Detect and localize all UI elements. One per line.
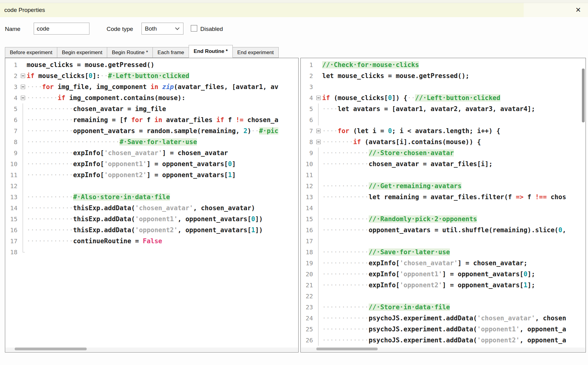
code-line-text[interactable]: ············expInfo['opponent1'] = oppon…: [27, 158, 298, 169]
fold-collapse-icon[interactable]: [21, 96, 25, 100]
code-line-text[interactable]: ····let avatars = [avatar1, avatar2, ava…: [322, 103, 586, 114]
tab-begin-routine[interactable]: Begin Routine *: [107, 47, 153, 58]
fold-collapse-icon[interactable]: [316, 129, 321, 133]
js-code-editor[interactable]: 1//·Check·for·mouse·clicks2let mouse_cli…: [300, 58, 586, 352]
code-text: [158, 83, 162, 91]
code-line-text[interactable]: [322, 114, 586, 125]
code-line: 26············psychoJS.experiment.addDat…: [301, 335, 586, 346]
whitespace-dots: ··: [100, 72, 108, 80]
line-number: 6: [5, 114, 19, 125]
code-text: opponent_avatars = util.shuffle(remainin…: [369, 226, 559, 234]
horizontal-scrollbar-left[interactable]: [6, 348, 298, 352]
fold-guide: [315, 324, 322, 335]
code-line-text[interactable]: [27, 181, 298, 192]
code-line-text[interactable]: ············expInfo['chosen_avatar'] = c…: [27, 147, 298, 158]
code-line-text[interactable]: ············opponent_avatars = random.sa…: [27, 125, 298, 136]
code-line-text[interactable]: [322, 203, 586, 214]
code-line-text[interactable]: ············#·Also·store·in·data·file: [27, 192, 298, 203]
code-line-text[interactable]: [322, 169, 586, 181]
tab-end-experiment[interactable]: End experiment: [232, 47, 279, 58]
code-line-text[interactable]: ············expInfo['opponent2'] = oppon…: [322, 280, 586, 291]
vertical-scrollbar-thumb[interactable]: [582, 69, 585, 122]
code-line-text[interactable]: ········if (avatars[i].contains(mouse)) …: [322, 136, 586, 147]
code-text: chosen_avatar = img_file: [73, 105, 166, 113]
fold-marker[interactable]: [315, 92, 322, 103]
code-line-text[interactable]: ············//·Store·in·data·file: [322, 302, 586, 313]
code-line-text[interactable]: [322, 236, 586, 247]
code-line-text[interactable]: ············//·Save·for·later·use: [322, 247, 586, 258]
code-line-text[interactable]: //·Check·for·mouse·clicks: [322, 59, 586, 70]
code-line-text[interactable]: [322, 81, 586, 92]
code-line-text[interactable]: ············psychoJS.experiment.addData(…: [322, 335, 586, 346]
line-number: 24: [301, 313, 315, 324]
code-line-text[interactable]: ············thisExp.addData('opponent2',…: [27, 225, 298, 236]
fold-guide-line: [23, 236, 23, 247]
code-line-text[interactable]: let mouse_clicks = mouse.getPressed();: [322, 70, 586, 81]
fold-marker[interactable]: [315, 136, 322, 147]
code-line-text[interactable]: ············expInfo['opponent1'] = oppon…: [322, 269, 586, 280]
code-keyword: =>: [516, 193, 523, 201]
code-text: let avatars = [avatar1, avatar2, avatar3…: [338, 105, 535, 113]
fold-marker[interactable]: [315, 125, 322, 136]
window-title: code Properties: [4, 3, 45, 17]
code-line-text[interactable]: ············remaining = [f for f in avat…: [27, 114, 298, 125]
line-number: 17: [5, 236, 19, 247]
code-line-text[interactable]: ············let remaining = avatar_files…: [322, 192, 586, 203]
fold-collapse-icon[interactable]: [316, 96, 321, 100]
code-line-text[interactable]: ····for img_file, img_component in zip(a…: [27, 81, 298, 92]
code-line-text[interactable]: ············chosen_avatar = avatar_files…: [322, 158, 586, 169]
code-text: expInfo[: [73, 160, 104, 168]
code-line-text[interactable]: ············chosen_avatar = img_file: [27, 103, 298, 114]
code-line-text[interactable]: ············expInfo['chosen_avatar'] = c…: [322, 258, 586, 269]
code-type-select[interactable]: Both: [141, 23, 183, 35]
code-line-text[interactable]: ············psychoJS.experiment.addData(…: [322, 324, 586, 335]
fold-marker[interactable]: [19, 81, 27, 92]
code-line-text[interactable]: ············thisExp.addData('chosen_avat…: [27, 203, 298, 214]
fold-marker[interactable]: [19, 70, 27, 81]
code-type-label: Code type: [107, 26, 133, 32]
horizontal-scrollbar-thumb[interactable]: [15, 348, 87, 350]
close-button[interactable]: ✕: [570, 3, 586, 17]
code-text: ] = opponent_avatars[: [442, 281, 524, 289]
code-text: thisExp.addData(: [73, 226, 135, 234]
tab-end-routine[interactable]: End Routine *: [189, 45, 232, 58]
code-line-text[interactable]: ············psychoJS.experiment.addData(…: [322, 313, 586, 324]
code-line-text[interactable]: ············//·Randomly·pick·2·opponents: [322, 214, 586, 225]
fold-marker[interactable]: [19, 92, 27, 103]
horizontal-scrollbar-thumb[interactable]: [316, 348, 378, 350]
code-line: 11············expInfo['opponent2'] = opp…: [5, 169, 298, 181]
fold-collapse-icon[interactable]: [21, 85, 25, 89]
python-code-editor[interactable]: 1mouse_clicks = mouse.getPressed()2if mo…: [5, 58, 299, 352]
code-line-text[interactable]: ········if img_component.contains(mouse)…: [27, 92, 298, 103]
fold-collapse-icon[interactable]: [21, 74, 25, 78]
fold-guide: [315, 236, 322, 247]
code-line-text[interactable]: if mouse_clicks[0]:··#·Left·button·click…: [27, 70, 298, 81]
code-line: 3····for img_file, img_component in zip(…: [5, 81, 298, 92]
horizontal-scrollbar-right[interactable]: [301, 348, 585, 352]
disabled-checkbox[interactable]: [191, 25, 197, 32]
close-icon: ✕: [575, 6, 581, 14]
code-line-text[interactable]: ····for (let i = 0; i < avatars.length; …: [322, 125, 586, 136]
code-line-text[interactable]: ························#·Save·for·later…: [27, 136, 298, 147]
name-input[interactable]: [34, 23, 89, 35]
code-line-text[interactable]: ············//·Store·chosen·avatar: [322, 147, 586, 158]
code-line-text[interactable]: if (mouse_clicks[0]) {··//·Left·button·c…: [322, 92, 586, 103]
tab-each-frame[interactable]: Each frame: [153, 47, 189, 58]
code-line-text[interactable]: ············expInfo['opponent2'] = oppon…: [27, 169, 298, 181]
code-text: let remaining = avatar_files.filter(f: [369, 193, 516, 201]
code-string: 'opponent2': [477, 337, 520, 344]
code-line: 7····for (let i = 0; i < avatars.length;…: [301, 125, 586, 136]
code-line-text[interactable]: mouse_clicks = mouse.getPressed(): [27, 59, 298, 70]
code-line-text[interactable]: ············opponent_avatars = util.shuf…: [322, 225, 586, 236]
code-line-text[interactable]: ············//·Get·remaining·avatars: [322, 181, 586, 192]
code-line: 4if (mouse_clicks[0]) {··//·Left·button·…: [301, 92, 586, 103]
code-line-text[interactable]: ············thisExp.addData('opponent1',…: [27, 214, 298, 225]
code-line: 6············remaining = [f for f in ava…: [5, 114, 298, 125]
tab-before-experiment[interactable]: Before experiment: [5, 47, 57, 58]
tab-begin-experiment[interactable]: Begin experiment: [57, 47, 107, 58]
fold-collapse-icon[interactable]: [316, 140, 321, 144]
code-line-text[interactable]: [322, 291, 586, 302]
code-line-text[interactable]: [27, 247, 298, 258]
code-line-text[interactable]: ············continueRoutine = False: [27, 236, 298, 247]
code-line: 8························#·Save·for·late…: [5, 136, 298, 147]
